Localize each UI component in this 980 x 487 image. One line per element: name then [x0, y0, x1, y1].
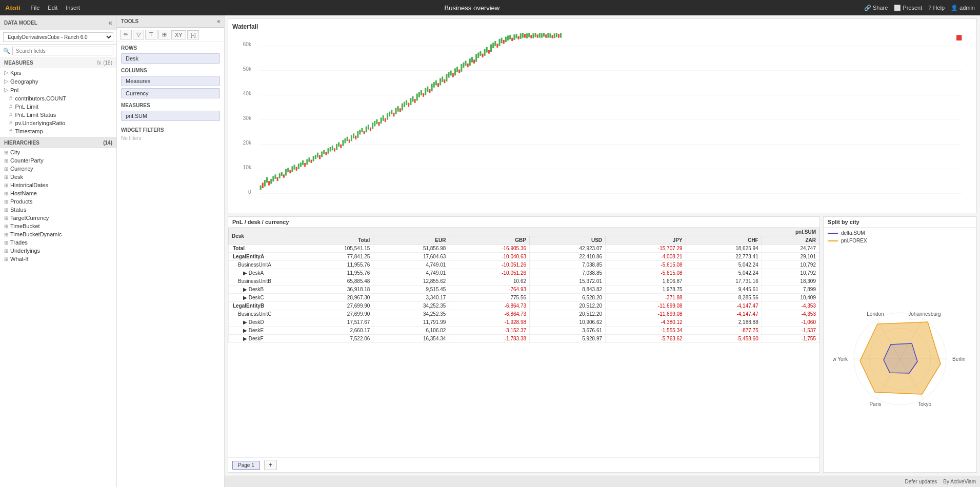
svg-rect-60: [357, 131, 358, 138]
svg-rect-66: [370, 128, 371, 131]
tree-item-label: CounterParty: [10, 157, 44, 164]
tree-contributors-count[interactable]: # contributors.COUNT: [0, 94, 116, 103]
svg-rect-111: [465, 60, 467, 66]
xy-button[interactable]: XY: [171, 30, 186, 39]
svg-rect-85: [410, 98, 411, 105]
hier-targetcurrency[interactable]: ⊞ TargetCurrency: [0, 214, 116, 222]
svg-rect-62: [361, 128, 363, 133]
pencil-button[interactable]: ✏: [120, 30, 132, 39]
admin-button[interactable]: 👤 admin: [951, 5, 975, 11]
cube-selector[interactable]: EquityDerivativesCube - Ranch 6.0: [0, 30, 116, 45]
defer-updates-button[interactable]: Defer updates: [905, 479, 937, 484]
hierarchies-divider: Hierarchies (14): [0, 137, 116, 148]
hier-hostname[interactable]: ⊞ HostName: [0, 189, 116, 197]
tree-item-label: PnL Limit: [15, 104, 38, 110]
svg-rect-44: [323, 150, 325, 154]
tree-timestamp[interactable]: # Timestamp: [0, 127, 116, 135]
hash-icon: #: [9, 120, 12, 126]
svg-rect-104: [450, 71, 452, 76]
hier-whatif[interactable]: ⊞ What-If: [0, 255, 116, 263]
menu-insert[interactable]: Insert: [66, 5, 80, 11]
table-wrapper[interactable]: Desk pnl.SUM Total EUR GBP USD JPY CHF Z…: [228, 228, 819, 457]
tree-pnl[interactable]: ▷ PnL: [0, 86, 116, 94]
topbar: Atoti File Edit Insert Business overview…: [0, 0, 980, 15]
filter-button[interactable]: ▽: [133, 30, 144, 39]
col-pnlsum: pnl.SUM: [290, 228, 819, 236]
menu-edit[interactable]: Edit: [48, 5, 57, 11]
table-row: BusinessUnitC27,699.9034,252.35-6,864.73…: [229, 310, 819, 318]
hier-counterparty[interactable]: ⊞ CounterParty: [0, 156, 116, 165]
spider-legend: delta.SUM pnl.FOREX: [824, 228, 976, 246]
svg-rect-152: [552, 35, 553, 38]
tree-item-label: pv.UnderlyingsRatio: [15, 120, 66, 126]
page-1-tab[interactable]: Page 1: [232, 461, 260, 470]
hierarchy-icon: ⊞: [4, 248, 8, 254]
waterfall-title: Waterfall: [232, 23, 972, 30]
svg-rect-146: [539, 33, 541, 38]
rows-field-chip[interactable]: Desk: [121, 53, 220, 64]
svg-text:New York: New York: [833, 356, 848, 362]
svg-text:Johannesburg: Johannesburg: [908, 311, 941, 317]
hier-trades[interactable]: ⊞ Trades: [0, 238, 116, 247]
hier-timebucketdynamic[interactable]: ⊞ TimeBucketDynamic: [0, 230, 116, 238]
svg-text:0: 0: [248, 189, 251, 195]
svg-rect-118: [479, 51, 481, 56]
svg-rect-79: [397, 106, 399, 112]
minus-button[interactable]: [-]: [187, 30, 199, 39]
waterfall-chart: 0 10k 20k 30k 40k 50k 60k: [232, 32, 972, 196]
svg-rect-150: [547, 33, 549, 38]
cube-select[interactable]: EquityDerivativesCube - Ranch 6.0: [3, 32, 113, 42]
main-layout: Data Model « EquityDerivativesCube - Ran…: [0, 15, 980, 487]
tree-pnl-limit-status[interactable]: # PnL Limit Status: [0, 111, 116, 119]
svg-rect-86: [412, 96, 413, 102]
svg-rect-87: [414, 99, 416, 103]
col-measures-chip[interactable]: Measures: [121, 76, 220, 86]
tree-geography[interactable]: ▷ Geography: [0, 77, 116, 86]
hier-currency[interactable]: ⊞ Currency: [0, 165, 116, 173]
col-currency-chip[interactable]: Currency: [121, 88, 220, 98]
tree-kpis[interactable]: ▷ Kpis: [0, 68, 116, 77]
svg-rect-119: [482, 54, 483, 57]
svg-rect-144: [535, 33, 536, 37]
tree-pnl-limit[interactable]: # PnL Limit: [0, 103, 116, 111]
tools-header: Tools «: [117, 15, 224, 28]
menu-file[interactable]: File: [31, 5, 40, 11]
present-button[interactable]: ⬜ Present: [894, 5, 922, 11]
legend-pnlforex-line: [828, 240, 838, 241]
col-usd: USD: [530, 236, 606, 245]
tree-pv-underlyings-ratio[interactable]: # pv.UnderlyingsRatio: [0, 119, 116, 127]
hier-products[interactable]: ⊞ Products: [0, 197, 116, 206]
hier-city[interactable]: ⊞ City: [0, 148, 116, 156]
hier-historicaldates[interactable]: ⊞ HistoricalDates: [0, 181, 116, 189]
legend-pnl-forex: pnl.FOREX: [828, 238, 972, 244]
spider-svg: London Johannesburg Berlin Tokyo Paris N…: [833, 295, 967, 423]
hier-underlyings[interactable]: ⊞ Underlyings: [0, 247, 116, 255]
help-button[interactable]: ? Help: [928, 5, 945, 11]
svg-rect-130: [505, 37, 507, 43]
col-chf: CHF: [686, 236, 762, 245]
add-page-button[interactable]: +: [264, 460, 277, 470]
svg-rect-137: [520, 33, 522, 39]
tree-item-label: Products: [10, 198, 32, 205]
svg-text:Berlin: Berlin: [952, 356, 966, 362]
hier-status[interactable]: ⊞ Status: [0, 206, 116, 214]
table-button[interactable]: ⊞: [158, 30, 170, 39]
collapse-tools-button[interactable]: «: [217, 18, 220, 24]
measure-pnlsum-chip[interactable]: pnl.SUM: [121, 111, 220, 121]
funnel-button[interactable]: ⊤: [145, 30, 157, 39]
measures-header: Measures fx (18): [0, 58, 116, 68]
no-filters-label: No filters: [121, 134, 220, 142]
hier-desk[interactable]: ⊞ Desk: [0, 173, 116, 181]
svg-rect-71: [381, 117, 382, 124]
share-button[interactable]: 🔗 Share: [864, 5, 888, 11]
hier-timebucket[interactable]: ⊞ TimeBucket: [0, 222, 116, 230]
table-row: LegalEntityA77,841.2517,604.63-10,040.63…: [229, 253, 819, 261]
fx-label[interactable]: fx: [97, 60, 101, 66]
tree-item-label: Kpis: [10, 70, 21, 76]
svg-rect-70: [378, 122, 379, 126]
search-input[interactable]: [12, 47, 113, 55]
collapse-left-button[interactable]: «: [108, 18, 112, 27]
svg-rect-21: [274, 174, 276, 179]
svg-rect-72: [383, 115, 384, 121]
waterfall-panel: Waterfall 0 10k 20k 30k 40k 50k 60k: [228, 18, 977, 213]
